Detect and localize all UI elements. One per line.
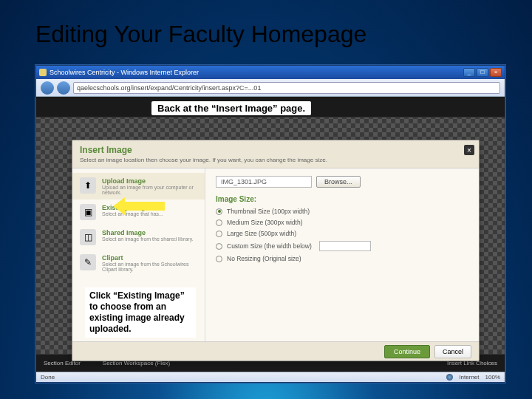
option-sub: Select an image from the Schoolwires Cli… xyxy=(102,262,197,272)
radio-icon xyxy=(216,208,222,215)
radio-label: Medium Size (300px width) xyxy=(227,219,303,226)
dialog-title: Insert Image xyxy=(80,145,471,155)
browse-button[interactable]: Browse... xyxy=(316,176,361,188)
dialog-header: Insert Image Select an image location th… xyxy=(72,140,479,168)
zone-label: Internet xyxy=(459,374,479,381)
address-bar[interactable]: qaelecschools.org/insert/expand/Centrici… xyxy=(73,82,500,94)
annotation-top: Back at the “Insert Image” page. xyxy=(151,101,311,115)
upload-panel: IMG_1301.JPG Browse... Image Size: Thumb… xyxy=(205,168,479,347)
option-sub: Select an image from the shared library. xyxy=(102,236,194,242)
page-content: Back at the “Insert Image” page. Insert … xyxy=(36,97,505,372)
maximize-button[interactable]: □ xyxy=(477,68,488,77)
size-medium[interactable]: Medium Size (300px width) xyxy=(216,219,468,226)
window-titlebar: Schoolwires Centricity - Windows Interne… xyxy=(36,66,505,79)
annotation-arrow xyxy=(113,197,165,215)
radio-label: Large Size (500px width) xyxy=(227,230,296,237)
file-name-field[interactable]: IMG_1301.JPG xyxy=(216,176,312,188)
radio-label: No Resizing (Original size) xyxy=(227,255,301,262)
radio-icon xyxy=(216,219,222,226)
size-thumbnail[interactable]: Thumbnail Size (100px width) xyxy=(216,208,468,215)
image-icon: ▣ xyxy=(80,204,96,220)
radio-label: Custom Size (the width below) xyxy=(227,242,312,250)
radio-icon xyxy=(216,256,222,262)
option-label: Clipart xyxy=(102,254,197,262)
browser-window: Schoolwires Centricity - Windows Interne… xyxy=(35,65,505,383)
radio-label: Thumbnail Size (100px width) xyxy=(227,208,310,215)
status-text: Done xyxy=(41,374,55,381)
zoom-label: 100% xyxy=(485,374,500,381)
option-sub: Upload an image from your computer or ne… xyxy=(102,185,197,195)
slide-title: Editing Your Faculty Homepage xyxy=(0,0,532,48)
radio-icon xyxy=(216,243,222,250)
custom-width-input[interactable] xyxy=(319,241,371,251)
browser-toolbar: qaelecschools.org/insert/expand/Centrici… xyxy=(36,79,505,97)
clipart-icon: ✎ xyxy=(80,254,96,270)
minimize-button[interactable]: _ xyxy=(463,68,475,77)
dialog-footer: Continue Cancel xyxy=(72,341,479,361)
annotation-box: Click “Existing Image” to choose from an… xyxy=(85,287,196,338)
window-close-button[interactable]: × xyxy=(490,68,502,77)
browser-statusbar: Done Internet 100% xyxy=(36,372,505,382)
cancel-button[interactable]: Cancel xyxy=(434,345,471,358)
option-upload-image[interactable]: ⬆ Upload ImageUpload an image from your … xyxy=(72,173,205,200)
size-custom[interactable]: Custom Size (the width below) xyxy=(216,241,468,251)
dialog-close-button[interactable]: × xyxy=(464,145,474,155)
image-size-label: Image Size: xyxy=(216,195,468,203)
size-original[interactable]: No Resizing (Original size) xyxy=(216,255,468,262)
option-shared-image[interactable]: ◫ Shared ImageSelect an image from the s… xyxy=(72,225,205,250)
shared-icon: ◫ xyxy=(80,229,96,245)
upload-icon: ⬆ xyxy=(80,177,96,194)
option-clipart[interactable]: ✎ ClipartSelect an image from the School… xyxy=(72,250,205,276)
back-button[interactable] xyxy=(41,81,54,95)
continue-button[interactable]: Continue xyxy=(384,345,430,358)
forward-button[interactable] xyxy=(57,81,70,95)
favicon-icon xyxy=(39,69,47,76)
internet-zone-icon xyxy=(446,374,453,381)
radio-icon xyxy=(216,231,222,237)
option-label: Upload Image xyxy=(102,177,197,185)
window-title: Schoolwires Centricity - Windows Interne… xyxy=(50,69,463,76)
size-large[interactable]: Large Size (500px width) xyxy=(216,230,468,237)
dialog-subtitle: Select an image location then choose you… xyxy=(80,157,471,163)
option-label: Shared Image xyxy=(102,229,194,236)
